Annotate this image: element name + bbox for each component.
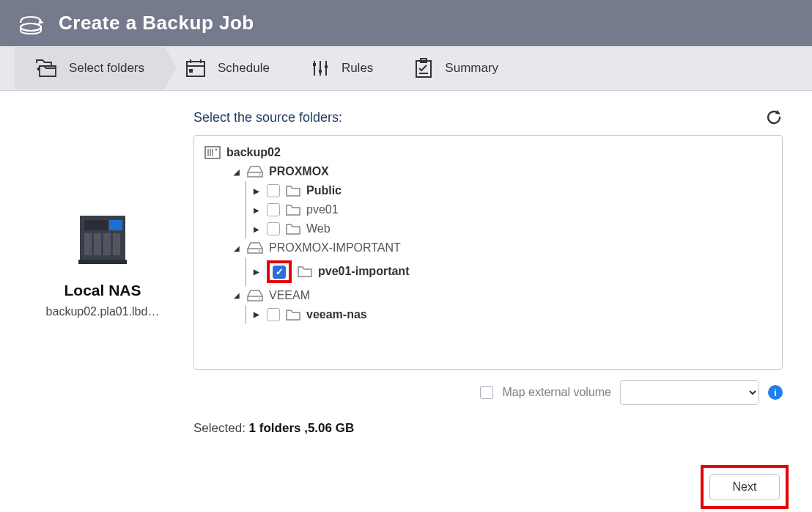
tree-folder-node[interactable]: ▶Web [252, 219, 772, 238]
wizard-footer: Next [0, 453, 812, 512]
svg-point-31 [215, 149, 217, 150]
tree-root-node[interactable]: backup02 [204, 143, 772, 162]
svg-point-33 [259, 174, 260, 175]
step-label: Summary [445, 61, 498, 76]
selected-summary: Selected: 1 folders ,5.06 GB [193, 421, 783, 436]
svg-rect-6 [189, 69, 193, 73]
folder-step-icon [35, 59, 57, 78]
folder-icon [286, 185, 300, 197]
tree-node-label: Public [306, 184, 342, 197]
calendar-icon [185, 59, 206, 78]
nas-hostname: backup02.pla01.lbd… [29, 305, 176, 318]
folder-icon [286, 204, 300, 216]
drive-icon [247, 166, 263, 178]
drive-icon [247, 242, 263, 254]
folder-icon [286, 309, 300, 321]
nas-name: Local NAS [29, 282, 176, 299]
svg-point-35 [259, 250, 260, 252]
tree-folder-node[interactable]: ▶veeam-nas [252, 305, 772, 324]
wizard-header: Create a Backup Job [0, 0, 812, 46]
map-volume-label: Map external volume [502, 386, 611, 399]
step-label: Rules [342, 61, 373, 76]
tree-folder-node[interactable]: ▶pve01 [252, 200, 772, 219]
folder-icon [286, 223, 300, 235]
expander-icon[interactable]: ▶ [252, 268, 261, 276]
expander-icon[interactable]: ▶ [252, 225, 261, 233]
refresh-icon[interactable] [765, 109, 783, 126]
drive-icon [247, 290, 263, 301]
svg-rect-19 [84, 220, 108, 230]
expander-icon[interactable]: ▶ [252, 187, 261, 195]
step-label: Select folders [69, 61, 144, 76]
folder-tree[interactable]: backup02 ◢PROXMOX▶Public▶pve01▶Web◢PROXM… [193, 135, 783, 370]
svg-marker-3 [37, 66, 40, 72]
svg-rect-14 [325, 65, 328, 68]
clipboard-icon [414, 58, 433, 78]
folder-checkbox[interactable] [267, 222, 280, 235]
wizard-body: Local NAS backup02.pla01.lbd… Select the… [0, 91, 812, 453]
svg-point-2 [21, 23, 41, 31]
tree-node-label: VEEAM [269, 289, 310, 302]
expander-icon[interactable]: ▶ [252, 310, 261, 318]
wizard-title: Create a Backup Job [59, 12, 254, 34]
expander-icon[interactable]: ◢ [232, 168, 241, 176]
svg-rect-21 [84, 233, 92, 255]
tree-node-label: pve01-important [318, 265, 409, 278]
next-button[interactable]: Next [709, 474, 780, 500]
server-icon [204, 146, 221, 159]
map-volume-row: Map external volume i [193, 370, 783, 415]
svg-rect-10 [313, 63, 316, 66]
folder-checkbox[interactable] [267, 184, 280, 197]
tree-folder-node[interactable]: ▶Public [252, 181, 772, 200]
wizard-steps: Select folders Schedule Rules Summary [0, 46, 812, 91]
nas-device-icon [74, 211, 131, 268]
folder-selection-panel: Select the source folders: backup02 ◢PRO… [193, 109, 783, 436]
svg-rect-24 [113, 233, 120, 255]
tree-node-label: backup02 [226, 146, 281, 159]
tree-drive-node[interactable]: ◢PROXMOX-IMPORTANT [232, 238, 772, 257]
folder-icon [298, 266, 312, 277]
map-volume-select[interactable] [620, 380, 759, 405]
folder-checkbox[interactable] [267, 203, 280, 216]
svg-rect-12 [319, 70, 322, 73]
svg-rect-25 [78, 260, 127, 264]
tree-node-label: veeam-nas [306, 308, 367, 321]
tree-node-label: PROXMOX-IMPORTANT [269, 241, 401, 255]
tree-drive-node[interactable]: ◢PROXMOX [232, 162, 772, 181]
tree-folder-node[interactable]: ▶pve01-important [252, 257, 772, 286]
svg-point-37 [259, 298, 260, 299]
folder-checkbox[interactable] [273, 266, 286, 279]
step-select-folders[interactable]: Select folders [15, 47, 165, 89]
backup-job-icon [18, 12, 44, 34]
info-icon[interactable]: i [768, 385, 783, 400]
svg-rect-23 [103, 233, 111, 255]
highlight-box [267, 260, 292, 283]
expander-icon[interactable]: ▶ [252, 206, 261, 214]
folder-checkbox[interactable] [267, 308, 280, 321]
svg-rect-20 [109, 220, 122, 230]
step-label: Schedule [218, 61, 270, 76]
step-schedule[interactable]: Schedule [165, 47, 290, 89]
svg-rect-22 [94, 233, 101, 255]
section-title: Select the source folders: [193, 110, 342, 125]
expander-icon[interactable]: ◢ [232, 291, 241, 299]
sliders-icon [311, 59, 330, 78]
selected-value: 1 folders ,5.06 GB [249, 421, 355, 435]
tree-drive-node[interactable]: ◢VEEAM [232, 286, 772, 305]
expander-icon[interactable]: ◢ [232, 244, 241, 252]
step-rules[interactable]: Rules [290, 47, 394, 89]
tree-node-label: PROXMOX [269, 165, 329, 178]
map-volume-checkbox[interactable] [480, 386, 493, 399]
tree-node-label: Web [306, 222, 331, 235]
step-summary[interactable]: Summary [394, 46, 519, 90]
selected-prefix: Selected: [193, 421, 249, 435]
next-highlight: Next [701, 465, 789, 509]
tree-node-label: pve01 [306, 203, 339, 216]
device-panel: Local NAS backup02.pla01.lbd… [29, 109, 176, 436]
